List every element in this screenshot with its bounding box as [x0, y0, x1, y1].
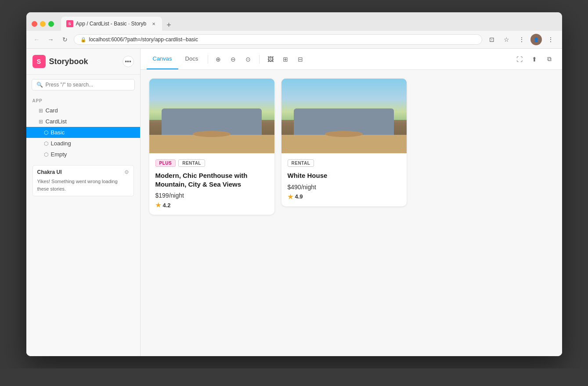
tab-docs-label: Docs	[185, 55, 198, 62]
close-button[interactable]	[32, 21, 37, 27]
card-1-image	[149, 79, 274, 153]
reload-button[interactable]: ↻	[60, 34, 70, 45]
storybook-logo: S Storybook	[32, 55, 88, 68]
tabs-bar: S App / CardList - Basic · Storyb ✕ +	[61, 17, 557, 31]
canvas-area: PLUS RENTAL Modern, Chic Penthouse with …	[141, 70, 562, 356]
sidebar-item-cardlist-label: CardList	[46, 118, 67, 125]
sidebar-header: S Storybook •••	[26, 49, 140, 75]
search-input[interactable]	[46, 82, 130, 88]
copy-button[interactable]: ⧉	[543, 53, 556, 66]
profile-avatar[interactable]: 👤	[530, 34, 542, 45]
main-toolbar: Canvas Docs ⊕ ⊖ ⊙ 🖼 ⊞ ⊟	[141, 49, 562, 70]
right-controls: ⛶ ⬆ ⧉	[513, 53, 556, 66]
sidebar: S Storybook ••• 🔍 APP ⊞ Card ⊞ CardList …	[26, 49, 141, 356]
storybook-logo-icon: S	[32, 55, 46, 68]
back-button[interactable]: ←	[32, 34, 42, 45]
tag-rental-1: RENTAL	[178, 159, 205, 167]
tag-rental-2: RENTAL	[288, 159, 314, 167]
card-1-body: PLUS RENTAL Modern, Chic Penthouse with …	[149, 153, 274, 215]
sidebar-more-button[interactable]: •••	[123, 56, 134, 67]
sidebar-section-label: APP	[26, 95, 140, 105]
story-icon-basic: ⬡	[44, 130, 48, 136]
browser-tab[interactable]: S App / CardList - Basic · Storyb ✕	[61, 17, 162, 31]
card-1-rating: ★ 4.2	[155, 202, 268, 209]
component-icon-2: ⊞	[39, 119, 43, 125]
title-bar: S App / CardList - Basic · Storyb ✕ +	[26, 12, 562, 31]
tab-canvas[interactable]: Canvas	[147, 49, 178, 69]
sidebar-error-gear-icon[interactable]: ⚙	[124, 169, 129, 175]
tab-divider	[208, 55, 208, 64]
main-content: Canvas Docs ⊕ ⊖ ⊙ 🖼 ⊞ ⊟	[141, 49, 562, 356]
storybook-logo-text: Storybook	[49, 57, 88, 66]
card-2-price: $490/night	[288, 184, 400, 191]
main-tabs: Canvas Docs ⊕ ⊖ ⊙ 🖼 ⊞ ⊟	[147, 49, 307, 69]
star-icon-1: ★	[155, 202, 161, 209]
table-1	[193, 131, 231, 137]
address-host: localhost:6006	[89, 36, 123, 43]
sidebar-item-basic-label: Basic	[51, 129, 65, 136]
sidebar-item-cardlist[interactable]: ⊞ CardList	[26, 116, 140, 127]
grid-view-button[interactable]: ⊞	[279, 53, 292, 66]
card-2-rating: ★ 4.9	[288, 193, 400, 200]
new-tab-button[interactable]: +	[162, 19, 176, 31]
search-box[interactable]: 🔍	[32, 79, 135, 90]
sidebar-item-card[interactable]: ⊞ Card	[26, 105, 140, 116]
panel-view-button[interactable]: ⊟	[294, 53, 307, 66]
bookmark-icon[interactable]: ☆	[501, 33, 513, 46]
zoom-in-button[interactable]: ⊕	[212, 53, 225, 66]
app-body: S Storybook ••• 🔍 APP ⊞ Card ⊞ CardList …	[26, 49, 562, 356]
sidebar-error-title: Chakra UI	[37, 169, 62, 175]
sidebar-item-empty-label: Empty	[51, 151, 67, 158]
card-2-tags: RENTAL	[288, 159, 400, 167]
minimize-button[interactable]	[40, 21, 46, 27]
card-1-price: $199/night	[155, 192, 268, 199]
lock-icon: 🔒	[80, 37, 87, 43]
table-2	[325, 131, 363, 137]
card-1-tags: PLUS RENTAL	[155, 159, 268, 167]
screenshot-icon[interactable]: ⊡	[486, 33, 498, 46]
card-1-rating-value: 4.2	[163, 202, 171, 209]
sidebar-error-panel: Chakra UI ⚙ Yikes! Something went wrong …	[32, 165, 134, 196]
sidebar-item-loading[interactable]: ⬡ Loading	[26, 138, 140, 149]
sidebar-error-header: Chakra UI ⚙	[37, 169, 129, 175]
card-2-title: White House	[288, 171, 400, 180]
star-icon-2: ★	[288, 193, 293, 200]
card-2-body: RENTAL White House $490/night ★ 4.9	[281, 153, 407, 206]
floor-1	[149, 135, 274, 154]
traffic-lights	[32, 21, 54, 27]
maximize-button[interactable]	[48, 21, 54, 27]
tab-favicon: S	[66, 20, 73, 27]
share-button[interactable]: ⬆	[528, 53, 541, 66]
tab-close-button[interactable]: ✕	[151, 21, 157, 27]
zoom-reset-button[interactable]: ⊙	[242, 53, 255, 66]
address-text: localhost:6006/?path=/story/app-cardlist…	[89, 36, 198, 43]
fullscreen-button[interactable]: ⛶	[513, 53, 526, 66]
tab-docs[interactable]: Docs	[179, 49, 205, 69]
zoom-out-button[interactable]: ⊖	[227, 53, 240, 66]
single-view-button[interactable]: 🖼	[264, 53, 277, 66]
card-1: PLUS RENTAL Modern, Chic Penthouse with …	[149, 79, 274, 215]
sidebar-item-empty[interactable]: ⬡ Empty	[26, 149, 140, 160]
view-controls: ⊕ ⊖ ⊙ 🖼 ⊞ ⊟	[212, 53, 307, 66]
story-icon-loading: ⬡	[44, 141, 48, 147]
browser-toolbar-icons: ⊡ ☆ ⋮ 👤 ⋮	[486, 33, 557, 46]
tab-canvas-label: Canvas	[153, 55, 172, 62]
tag-plus: PLUS	[155, 159, 176, 167]
room-photo-2	[281, 79, 407, 153]
card-2: RENTAL White House $490/night ★ 4.9	[281, 79, 407, 206]
extension-icon[interactable]: ⋮	[516, 33, 528, 46]
card-1-title: Modern, Chic Penthouse with Mountain, Ci…	[155, 171, 268, 188]
menu-icon[interactable]: ⋮	[545, 33, 557, 46]
sidebar-item-card-label: Card	[46, 107, 58, 114]
sidebar-error-message: Yikes! Something went wrong loading thes…	[37, 178, 129, 192]
story-icon-empty: ⬡	[44, 152, 48, 158]
card-2-rating-value: 4.9	[295, 193, 303, 200]
address-path: /?path=/story/app-cardlist--basic	[123, 36, 198, 43]
card-2-image	[281, 79, 407, 153]
browser-window: S App / CardList - Basic · Storyb ✕ + ← …	[26, 12, 562, 356]
sidebar-item-basic[interactable]: ⬡ Basic	[26, 127, 140, 138]
floor-2	[281, 135, 407, 154]
search-icon: 🔍	[36, 82, 43, 88]
address-box[interactable]: 🔒 localhost:6006/?path=/story/app-cardli…	[74, 34, 482, 45]
forward-button[interactable]: →	[46, 34, 56, 45]
